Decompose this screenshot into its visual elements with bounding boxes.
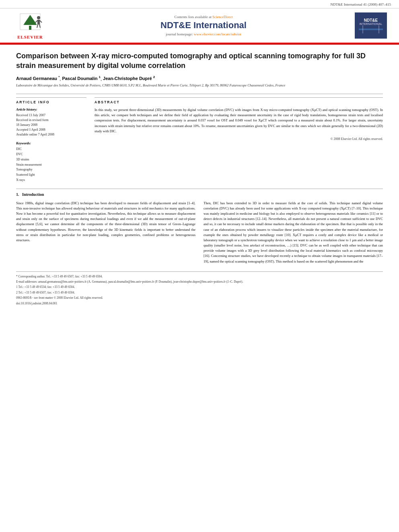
ndte-logo-title: NDT&E xyxy=(364,18,378,23)
sup-1: 1 xyxy=(99,76,100,79)
svg-rect-11 xyxy=(359,29,383,30)
journal-header: ELSEVIER Contents lists available at Sci… xyxy=(0,8,399,43)
sciencedirect-line: Contents lists available at ScienceDirec… xyxy=(56,15,351,19)
article-info-abstract-cols: ARTICLE INFO Article history: Received 1… xyxy=(16,97,383,183)
footnote-corresponding: * Corresponding author. Tel.: +33 5 49 4… xyxy=(16,274,383,279)
homepage-label: journal homepage: xyxy=(166,32,193,36)
article-title: Comparison between X-ray micro-computed … xyxy=(16,51,383,71)
svg-rect-6 xyxy=(37,20,40,25)
journal-homepage: journal homepage: www.elsevier.com/locat… xyxy=(56,32,351,36)
journal-reference: NDT&E International 41 (2008) 407–415 xyxy=(0,0,399,8)
section-number: 1. xyxy=(16,192,19,197)
sup-2: 2 xyxy=(153,76,155,79)
keyword-5: Scattered light xyxy=(16,173,86,178)
author-germaneau: Arnaud Germaneau * xyxy=(16,76,60,81)
ndte-logo-graphic xyxy=(359,25,383,33)
author-dupre: Jean-Christophe Dupré 2 xyxy=(103,76,155,81)
introduction-heading: 1. Introduction xyxy=(16,192,383,197)
keyword-1: DVC xyxy=(16,152,86,157)
keywords-label: Keywords: xyxy=(16,141,86,145)
ndte-logo: NDT&E INTERNATIONAL xyxy=(355,12,387,39)
elsevier-logo-icon xyxy=(16,12,44,34)
article-info-label: ARTICLE INFO xyxy=(16,100,86,104)
homepage-link[interactable]: www.elsevier.com/locate/ndteint xyxy=(194,32,241,36)
article-info-col: ARTICLE INFO Article history: Received 1… xyxy=(16,97,86,183)
footnote-1: 1 Tel.: +33 5 49 49 6534; fax: +33 5 49 … xyxy=(16,285,383,289)
affiliation: Laboratoire de Mécanique des Solides, Un… xyxy=(16,83,383,88)
abstract-col: ABSTRACT In this study, we present three… xyxy=(95,97,383,183)
section-title: Introduction xyxy=(22,192,44,197)
authors-line: Arnaud Germaneau *, Pascal Doumalin 1, J… xyxy=(16,76,383,81)
history-label: Article history: xyxy=(16,107,86,111)
keyword-0: DIC xyxy=(16,147,86,152)
svg-rect-2 xyxy=(29,26,31,30)
footnote-area: * Corresponding author. Tel.: +33 5 49 4… xyxy=(16,271,383,306)
body-two-col: Since 1980s, digital image correlation (… xyxy=(16,201,383,267)
section-divider-top xyxy=(16,94,383,94)
ndte-logo-subtitle: INTERNATIONAL xyxy=(360,23,383,25)
elsevier-logo-area: ELSEVIER xyxy=(8,12,52,39)
intro-para-left: Since 1980s, digital image correlation (… xyxy=(16,201,195,243)
main-content: Comparison between X-ray micro-computed … xyxy=(0,45,399,314)
sciencedirect-label: Contents lists available at xyxy=(175,15,212,19)
ndte-logo-area: NDT&E INTERNATIONAL xyxy=(355,12,391,39)
abstract-label: ABSTRACT xyxy=(95,100,383,104)
journal-title: NDT&E International xyxy=(56,20,351,31)
keyword-2: 3D strains xyxy=(16,157,86,162)
journal-title-area: Contents lists available at ScienceDirec… xyxy=(56,15,351,36)
abstract-copyright: © 2008 Elsevier Ltd. All rights reserved… xyxy=(95,137,383,141)
page-wrapper: NDT&E International 41 (2008) 407–415 xyxy=(0,0,399,314)
history-item-4: Available online 7 April 2008 xyxy=(16,132,86,137)
keyword-4: Tomography xyxy=(16,167,86,173)
intro-para-right: Then, DIC has been extended to 3D in ord… xyxy=(204,201,383,264)
history-item-1: Received in revised form xyxy=(16,118,86,123)
svg-point-5 xyxy=(37,16,40,19)
sciencedirect-link[interactable]: ScienceDirect xyxy=(212,15,232,19)
journal-ref-text: NDT&E International 41 (2008) 407–415 xyxy=(331,2,391,6)
history-item-2: 18 January 2008 xyxy=(16,123,86,127)
doi-line: doi:10.1016/j.ndteint.2008.04.001 xyxy=(16,301,383,306)
footnote-email: E-mail addresses: arnaud.germaneau@lms.u… xyxy=(16,279,383,284)
elsevier-logo: ELSEVIER xyxy=(8,12,52,39)
history-item-3: Accepted 1 April 2008 xyxy=(16,127,86,132)
section-divider-body xyxy=(16,189,383,189)
footnote-copyright: 0963-8695/$ - see front matter © 2008 El… xyxy=(16,296,383,300)
author-doumalin: Pascal Doumalin 1 xyxy=(62,76,101,81)
keyword-6: X-rays xyxy=(16,178,86,183)
body-col-right: Then, DIC has been extended to 3D in ord… xyxy=(204,201,383,267)
body-col-left: Since 1980s, digital image correlation (… xyxy=(16,201,195,267)
abstract-text: In this study, we present three-dimensio… xyxy=(95,107,383,134)
history-item-0: Received 13 July 2007 xyxy=(16,113,86,118)
footnote-2: 2 Tel.: +33 5 49 49 6507; fax: +33 5 49 … xyxy=(16,290,383,295)
elsevier-brand-text: ELSEVIER xyxy=(17,35,43,39)
sup-star: * xyxy=(58,76,60,79)
keyword-3: Strain measurement xyxy=(16,162,86,168)
